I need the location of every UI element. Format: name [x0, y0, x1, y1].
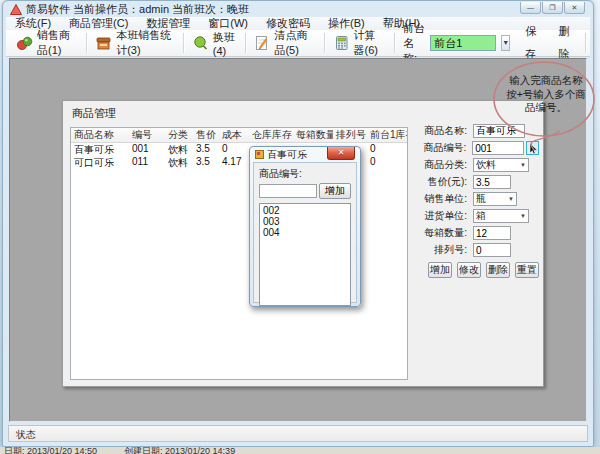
toolbar: 销售商品(1) 本班销售统计(3) 换班(4)	[6, 30, 590, 57]
mouse-cursor-icon	[529, 143, 539, 155]
toolbar-separator	[324, 33, 325, 53]
maximize-button[interactable]: ❐	[542, 2, 563, 14]
sale-unit-select[interactable]: 瓶 ▼	[473, 192, 517, 206]
close-icon: ✕	[338, 148, 345, 157]
product-code-field[interactable]	[472, 141, 524, 155]
purchase-unit-label: 进货单位:	[415, 209, 467, 223]
chevron-down-icon: ▼	[520, 162, 526, 168]
dialog-app-icon	[255, 150, 264, 159]
window-title: 简易软件 当前操作员：admin 当前班次：晚班	[26, 2, 249, 17]
form-modify-button[interactable]: 修改	[457, 262, 481, 278]
product-category-label: 商品分类:	[415, 158, 467, 172]
dialog-code-label: 商品编号:	[259, 167, 351, 181]
cell: 0	[367, 143, 408, 156]
toolbar-separator	[183, 33, 184, 53]
dialog-title: 百事可乐	[267, 148, 307, 162]
select-value: 饮料	[476, 158, 496, 172]
minimize-button[interactable]: —	[520, 2, 541, 14]
toolbar-separator	[86, 33, 87, 53]
toolbar-label: 销售商品(1)	[37, 28, 78, 58]
chevron-down-icon: ▼	[502, 39, 509, 46]
product-category-select[interactable]: 饮料 ▼	[473, 158, 529, 172]
toolbar-separator	[585, 33, 586, 53]
dialog-code-list[interactable]: 002 003 004	[259, 203, 351, 306]
status-label: 状态	[16, 429, 36, 440]
price-field[interactable]	[473, 175, 511, 189]
purchase-unit-select[interactable]: 箱 ▼	[473, 209, 529, 223]
list-item[interactable]: 002	[260, 205, 350, 216]
cell: 饮料	[165, 143, 193, 156]
dialog-code-input[interactable]	[259, 184, 317, 198]
cell: 0	[219, 143, 249, 156]
col-warehouse-stock[interactable]: 仓库库存	[249, 128, 293, 142]
product-name-label: 商品名称:	[415, 124, 467, 138]
cell: 可口可乐	[71, 156, 129, 169]
list-item[interactable]: 004	[260, 227, 350, 238]
close-button[interactable]: ✕	[564, 2, 585, 14]
table-header-row: 商品名称 编号 分类 售价 成本 仓库库存 每箱数量 排列号 前台1库存	[71, 128, 407, 143]
toolbar-calculator-button[interactable]: 计算器(6)	[326, 32, 394, 55]
cell: 3.5	[193, 143, 219, 156]
chevron-down-icon: ▼	[508, 196, 514, 202]
sales-balls-icon	[16, 35, 33, 51]
product-form-panel: 商品名称: 商品编号: 商品分类: 饮料 ▼	[415, 124, 539, 278]
product-codes-dialog: 百事可乐 ✕ 商品编号: 增加 002 003 004	[249, 146, 361, 307]
station-name-input[interactable]	[430, 35, 496, 51]
cell: 4.17	[219, 156, 249, 169]
cell: 001	[129, 143, 165, 156]
cell: 百事可乐	[71, 143, 129, 156]
toolbar-separator	[245, 33, 246, 53]
cell: 011	[129, 156, 165, 169]
col-cost[interactable]: 成本	[219, 128, 249, 142]
toolbar-label: 清点商品(5)	[274, 28, 315, 58]
product-name-field[interactable]	[473, 124, 525, 138]
cell: 0	[367, 156, 408, 169]
per-box-qty-label: 每箱数量:	[415, 226, 467, 240]
col-per-box-qty[interactable]: 每箱数量	[293, 128, 333, 142]
sort-no-field[interactable]	[473, 243, 511, 257]
toolbar-count-goods-button[interactable]: 清点商品(5)	[246, 32, 322, 55]
list-item[interactable]: 003	[260, 216, 350, 227]
shift-stats-register-icon	[95, 35, 112, 51]
cell: 饮料	[165, 156, 193, 169]
col-price[interactable]: 售价	[193, 128, 219, 142]
select-value: 箱	[476, 209, 486, 223]
dialog-body: 商品编号: 增加 002 003 004	[253, 162, 357, 303]
form-reset-button[interactable]: 重置	[515, 262, 539, 278]
price-label: 售价(元):	[415, 175, 467, 189]
dialog-close-button[interactable]: ✕	[327, 147, 355, 160]
chevron-down-icon: ▼	[520, 213, 526, 219]
app-logo-icon	[10, 4, 22, 15]
product-code-label: 商品编号:	[415, 141, 466, 155]
col-product-name[interactable]: 商品名称	[71, 128, 129, 142]
toolbar-change-shift-button[interactable]: 换班(4)	[185, 32, 244, 55]
station-dropdown-button[interactable]: ▼	[501, 35, 510, 51]
dialog-add-button[interactable]: 增加	[319, 183, 351, 199]
select-value: 瓶	[476, 192, 486, 206]
form-delete-button[interactable]: 删除	[486, 262, 510, 278]
form-add-button[interactable]: 增加	[428, 262, 452, 278]
clipped-dates-text: 日期: 2013/01/20 14:50 创建日期: 2013/01/20 14…	[0, 447, 600, 454]
dialog-titlebar[interactable]: 百事可乐 ✕	[250, 147, 360, 162]
toolbar-label: 换班(4)	[213, 30, 237, 57]
inventory-check-pencil-icon	[253, 35, 270, 51]
sale-unit-label: 销售单位:	[415, 192, 467, 206]
per-box-qty-field[interactable]	[473, 226, 511, 240]
main-window: 简易软件 当前操作员：admin 当前班次：晚班 — ❐ ✕ 系统(F) 商品管…	[2, 0, 594, 447]
col-front1-stock[interactable]: 前台1库存	[367, 128, 408, 142]
col-sort-no[interactable]: 排列号	[333, 128, 367, 142]
child-window-title: 商品管理	[63, 101, 543, 121]
shift-change-lollipop-icon	[192, 35, 209, 51]
toolbar-sell-goods-button[interactable]: 销售商品(1)	[9, 32, 85, 55]
menu-window[interactable]: 窗口(W)	[199, 17, 257, 30]
toolbar-shift-stats-button[interactable]: 本班销售统计(3)	[88, 32, 182, 55]
col-code[interactable]: 编号	[129, 128, 165, 142]
add-code-plus-button[interactable]	[526, 141, 539, 155]
col-category[interactable]: 分类	[165, 128, 193, 142]
mdi-client-area: 商品管理 商品名称 编号 分类 售价 成本 仓库库存 每箱数量 排列号 前台1库…	[9, 58, 587, 422]
titlebar[interactable]: 简易软件 当前操作员：admin 当前班次：晚班 — ❐ ✕	[3, 1, 593, 17]
toolbar-separator	[394, 33, 395, 53]
cell: 3.5	[193, 156, 219, 169]
toolbar-label: 本班销售统计(3)	[116, 28, 175, 58]
station-name-group: 前台名称: ▼	[396, 32, 517, 55]
